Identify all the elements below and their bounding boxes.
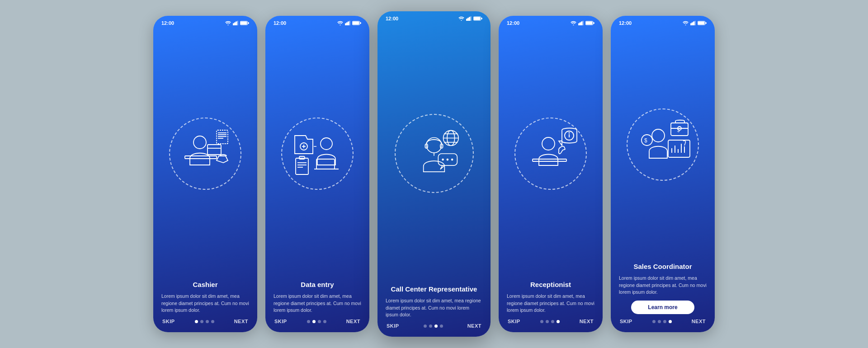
dot-2-0 [307,320,310,323]
svg-rect-54 [580,23,581,25]
dot-3-2 [434,324,438,328]
bottom-nav-receptionist: SKIP NEXT [499,314,603,332]
svg-point-23 [321,138,332,150]
phone-cashier: 12:00 [153,16,257,332]
illustration-cashier [153,28,257,276]
dots-4 [540,320,560,323]
dashed-circle-call-center [395,114,474,193]
dashed-circle-receptionist [514,118,587,190]
skip-label-2[interactable]: SKIP [274,319,287,324]
skip-label-5[interactable]: SKIP [620,319,632,324]
content-call-center: Call Center Representative Lorem ipsum d… [377,280,491,319]
svg-rect-58 [586,22,592,24]
status-time-2: 12:00 [274,20,286,26]
phones-container: 12:00 [153,11,715,337]
battery-icon-4 [585,21,594,25]
status-bar-2: 12:00 [265,16,369,28]
svg-rect-6 [248,23,249,24]
dots-3 [424,324,443,328]
dot-1-3 [211,320,214,323]
svg-rect-22 [360,23,361,24]
svg-rect-59 [594,23,594,24]
wifi-icon-4 [571,21,576,25]
cashier-svg [174,122,237,185]
svg-text:$: $ [644,137,647,144]
next-label-2[interactable]: NEXT [346,319,360,324]
battery-icon-5 [698,21,707,25]
skip-label-1[interactable]: SKIP [162,319,175,324]
svg-rect-36 [469,17,470,21]
dot-4-0 [540,320,543,323]
svg-rect-56 [583,21,584,25]
dot-2-2 [318,320,321,323]
battery-icon-3 [473,16,482,21]
signal-icon-4 [578,21,584,25]
svg-point-60 [542,137,555,150]
data-entry-body: Lorem ipsum dolor sit dim amet, mea regi… [274,293,361,314]
svg-rect-0 [233,24,234,25]
dots-2 [307,320,326,323]
dot-5-0 [652,320,656,323]
dots-5 [652,320,672,323]
battery-icon-2 [352,21,361,25]
dot-2-1 [312,320,316,323]
data-entry-title: Data entry [274,280,361,289]
cashier-title: Cashier [161,280,249,289]
dashed-circle-cashier [169,118,241,190]
learn-more-button[interactable]: Learn more [631,301,694,314]
status-icons-1 [225,21,249,25]
content-receptionist: Receptionist Lorem ipsum dolor sit dim a… [499,276,603,314]
signal-icon-2 [345,21,350,25]
svg-point-50 [442,158,444,160]
svg-rect-70 [698,22,704,24]
skip-label-3[interactable]: SKIP [387,323,399,329]
svg-rect-55 [581,22,582,25]
data-entry-svg [286,122,349,185]
dot-5-3 [669,320,672,323]
svg-rect-24 [316,159,335,169]
dot-4-3 [557,320,560,323]
svg-rect-35 [467,18,469,21]
phone-call-center: 12:00 [377,11,491,337]
svg-point-51 [447,158,449,160]
skip-label-4[interactable]: SKIP [508,319,520,324]
svg-rect-17 [346,23,348,25]
svg-point-64 [569,132,570,133]
svg-rect-3 [237,21,238,25]
call-center-title: Call Center Representative [386,285,482,294]
dot-1-1 [200,320,203,323]
svg-point-72 [652,129,665,142]
status-icons-4 [571,21,594,25]
status-time-5: 12:00 [619,20,632,26]
svg-rect-11 [217,130,228,144]
content-data-entry: Data entry Lorem ipsum dolor sit dim ame… [265,276,369,314]
illustration-receptionist [499,28,603,276]
svg-rect-71 [706,23,707,24]
next-label-3[interactable]: NEXT [467,323,481,329]
status-icons-5 [683,21,707,25]
svg-point-7 [193,136,206,149]
svg-text:$: $ [677,128,680,133]
next-label-1[interactable]: NEXT [234,319,248,324]
status-bar-1: 12:00 [153,16,257,28]
bottom-nav-call-center: SKIP NEXT [377,319,491,337]
next-label-4[interactable]: NEXT [580,319,594,324]
svg-rect-19 [349,21,350,25]
next-label-5[interactable]: NEXT [692,319,706,324]
svg-point-52 [451,158,453,160]
svg-rect-9 [208,145,221,155]
dot-2-3 [323,320,326,323]
dot-4-1 [546,320,549,323]
svg-rect-61 [533,159,566,161]
call-center-svg [402,122,466,185]
wifi-icon-2 [337,21,343,25]
svg-rect-67 [693,22,694,25]
signal-icon-3 [466,16,472,21]
svg-rect-40 [481,18,482,19]
status-bar-5: 12:00 [611,16,715,28]
status-icons-2 [337,21,361,25]
bottom-nav-sales: SKIP NEXT [611,314,715,332]
illustration-data-entry [265,28,369,276]
dot-3-3 [440,324,443,328]
signal-icon-5 [690,21,696,25]
